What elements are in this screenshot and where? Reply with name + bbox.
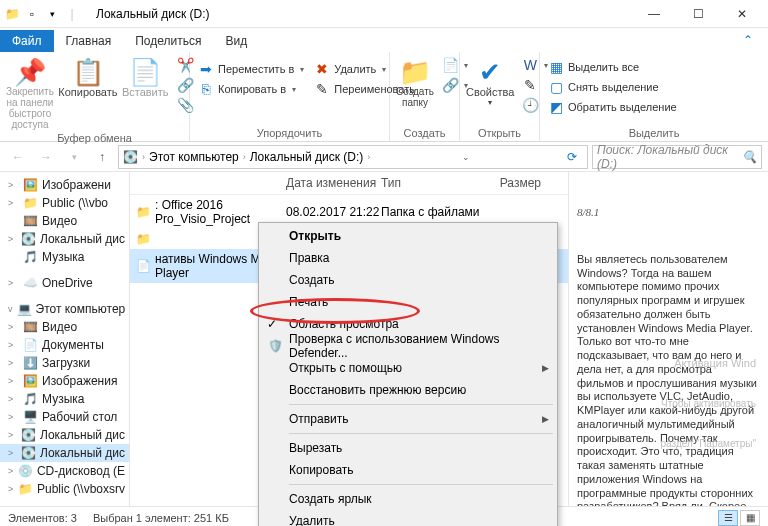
tree-item[interactable]: >📄Документы <box>0 336 129 354</box>
expand-icon[interactable]: > <box>8 358 18 368</box>
tree-item[interactable]: >💿CD-дисковод (E <box>0 462 129 480</box>
ctx-cut[interactable]: Вырезать <box>259 437 557 459</box>
view-icons-button[interactable]: ▦ <box>740 510 760 526</box>
pin-quick-access-button[interactable]: 📌 Закрепить на панели быстрого доступа <box>6 54 54 130</box>
tab-file[interactable]: Файл <box>0 30 54 52</box>
tree-item-label: OneDrive <box>42 276 93 290</box>
close-button[interactable]: ✕ <box>720 0 764 28</box>
breadcrumb-sep[interactable]: › <box>367 152 370 162</box>
tree-item-icon: ⬇️ <box>22 356 38 370</box>
tree-item[interactable]: >🖼️Изображения <box>0 372 129 390</box>
tree-item[interactable]: >🖼️Изображени <box>0 176 129 194</box>
tab-view[interactable]: Вид <box>213 30 259 52</box>
col-date[interactable]: Дата изменения <box>286 176 381 190</box>
moveto-button[interactable]: ➡Переместить в▾ <box>196 60 306 78</box>
tab-home[interactable]: Главная <box>54 30 124 52</box>
qat-item[interactable]: ▫ <box>24 6 40 22</box>
expand-icon[interactable]: > <box>8 322 18 332</box>
properties-button[interactable]: ✔ Свойства ▾ <box>466 54 514 107</box>
minimize-button[interactable]: — <box>632 0 676 28</box>
ctx-edit[interactable]: Правка <box>259 247 557 269</box>
ctx-print[interactable]: Печать <box>259 291 557 313</box>
tree-item[interactable]: >💽Локальный дис <box>0 426 129 444</box>
ctx-openwith[interactable]: Открыть с помощью▶ <box>259 357 557 379</box>
tree-item[interactable]: >💽Локальный дис <box>0 230 129 248</box>
expand-icon[interactable]: > <box>8 430 17 440</box>
ctx-sendto[interactable]: Отправить▶ <box>259 408 557 430</box>
expand-icon[interactable]: > <box>8 466 14 476</box>
breadcrumb-dropdown[interactable]: ⌄ <box>462 152 470 162</box>
expand-icon[interactable]: > <box>8 412 18 422</box>
file-icon: 📁 <box>136 232 154 246</box>
preview-body: Вы являетесь пользователем Windows? Тогд… <box>577 253 760 506</box>
tree-item[interactable]: >🖥️Рабочий стол <box>0 408 129 426</box>
refresh-button[interactable]: ⟳ <box>561 150 583 164</box>
expand-icon[interactable]: > <box>8 234 17 244</box>
expand-icon[interactable]: > <box>8 448 17 458</box>
expand-icon[interactable]: > <box>8 180 18 190</box>
col-type[interactable]: Тип <box>381 176 481 190</box>
tree-item[interactable]: >⬇️Загрузки <box>0 354 129 372</box>
expand-icon[interactable]: > <box>8 484 14 494</box>
qat-dropdown[interactable]: ▾ <box>44 6 60 22</box>
tree-item[interactable]: >📁Public (\\vboxsrv <box>0 480 129 498</box>
tree-item[interactable]: >📁Public (\\vbo <box>0 194 129 212</box>
tree-item[interactable]: >🎞️Видео <box>0 318 129 336</box>
expand-icon[interactable]: > <box>8 278 18 288</box>
file-date: 08.02.2017 21:22 <box>286 205 381 219</box>
easyaccess-icon: 🔗 <box>442 77 458 93</box>
maximize-button[interactable]: ☐ <box>676 0 720 28</box>
breadcrumb-sep[interactable]: › <box>243 152 246 162</box>
copy-button[interactable]: 📋 Копировать <box>60 54 116 98</box>
breadcrumb-root[interactable]: Этот компьютер <box>149 150 239 164</box>
nav-recent-button[interactable]: ▾ <box>62 145 86 169</box>
tree-item-label: Public (\\vboxsrv <box>37 482 125 496</box>
ribbon-collapse-button[interactable]: ⌃ <box>728 28 768 52</box>
selectnone-icon: ▢ <box>548 79 564 95</box>
expand-icon[interactable]: v <box>8 304 13 314</box>
tree-item[interactable]: >🎵Музыка <box>0 390 129 408</box>
delete-icon: ✖ <box>314 61 330 77</box>
select-none-button[interactable]: ▢Снять выделение <box>546 78 679 96</box>
nav-back-button[interactable]: ← <box>6 145 30 169</box>
tree-item[interactable]: v💻Этот компьютер <box>0 300 129 318</box>
breadcrumb-drive[interactable]: Локальный диск (D:) <box>250 150 364 164</box>
select-all-button[interactable]: ▦Выделить все <box>546 58 679 76</box>
newfolder-button[interactable]: 📁 Создать папку <box>396 54 434 108</box>
ctx-new[interactable]: Создать <box>259 269 557 291</box>
select-invert-button[interactable]: ◩Обратить выделение <box>546 98 679 116</box>
tree-item-icon: 🎵 <box>22 392 38 406</box>
view-details-button[interactable]: ☰ <box>718 510 738 526</box>
tree-item-label: Локальный дис <box>40 232 125 246</box>
breadcrumb-sep[interactable]: › <box>142 152 145 162</box>
expand-icon[interactable]: > <box>8 340 18 350</box>
breadcrumb[interactable]: 💽 › Этот компьютер › Локальный диск (D:)… <box>118 145 588 169</box>
tab-share[interactable]: Поделиться <box>123 30 213 52</box>
nav-tree[interactable]: >🖼️Изображени>📁Public (\\vbo🎞️Видео>💽Лок… <box>0 172 130 506</box>
ctx-defender[interactable]: 🛡️Проверка с использованием Windows Defe… <box>259 335 557 357</box>
ctx-copy[interactable]: Копировать <box>259 459 557 481</box>
expand-icon[interactable]: > <box>8 394 18 404</box>
tree-item[interactable]: 🎞️Видео <box>0 212 129 230</box>
copyto-button[interactable]: ⎘Копировать в▾ <box>196 80 306 98</box>
tree-item[interactable]: 🎵Музыка <box>0 248 129 266</box>
search-input[interactable]: Поиск: Локальный диск (D:) 🔍 <box>592 145 762 169</box>
ctx-open[interactable]: Открыть <box>259 225 557 247</box>
column-headers[interactable]: Дата изменения Тип Размер <box>130 172 568 195</box>
copyto-icon: ⎘ <box>198 81 214 97</box>
paste-button[interactable]: 📄 Вставить <box>122 54 169 98</box>
expand-icon[interactable]: > <box>8 198 18 208</box>
ctx-shortcut[interactable]: Создать ярлык <box>259 488 557 510</box>
expand-icon[interactable]: > <box>8 376 18 386</box>
tree-item-icon: 🖥️ <box>22 410 38 424</box>
nav-forward-button[interactable]: → <box>34 145 58 169</box>
ctx-delete[interactable]: Удалить <box>259 510 557 526</box>
col-name[interactable] <box>136 176 286 190</box>
ctx-restore[interactable]: Восстановить прежнюю версию <box>259 379 557 401</box>
tree-item[interactable]: >☁️OneDrive <box>0 274 129 292</box>
nav-up-button[interactable]: ↑ <box>90 145 114 169</box>
tree-item-icon: 🎵 <box>22 250 38 264</box>
col-size[interactable]: Размер <box>481 176 541 190</box>
chevron-right-icon: ▶ <box>542 363 549 373</box>
tree-item[interactable]: >💽Локальный дис <box>0 444 129 462</box>
